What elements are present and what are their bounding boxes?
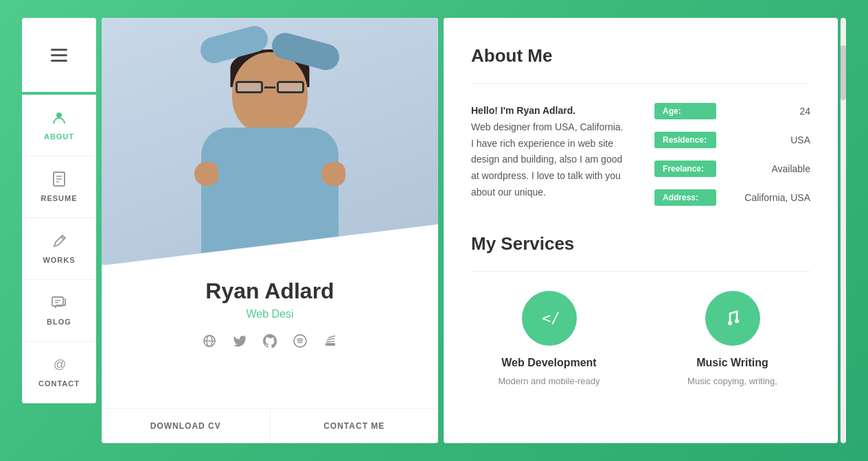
residence-badge: Residence: [654, 132, 716, 148]
about-details: Age: 24 Residence: USA Freelance: Availa… [654, 103, 810, 206]
svg-point-16 [728, 321, 732, 325]
profile-card: Ryan Adlard Web Desi [102, 18, 438, 443]
address-value: California, USA [744, 192, 810, 203]
content-panel: About Me Hello! I'm Ryan Adlard. Web des… [444, 18, 838, 443]
profile-name: Ryan Adlard [115, 279, 424, 304]
profile-photo-area [102, 18, 438, 265]
music-icon-circle [705, 291, 760, 346]
sidebar-item-contact[interactable]: @ CONTACT [22, 342, 96, 403]
works-nav-label: WORKS [43, 256, 75, 264]
main-wrapper: ABOUT RESUME [22, 18, 846, 443]
profile-title: Web Desi [115, 308, 424, 320]
service-item-webdev: </> Web Development Modern and mobile-re… [471, 291, 627, 388]
hamburger-line-1 [51, 49, 67, 51]
nav-items: ABOUT RESUME [22, 95, 96, 403]
webdev-icon-circle: </> [522, 291, 577, 346]
freelance-value: Available [771, 163, 810, 174]
svg-text:</>: </> [542, 309, 560, 327]
sidebar-item-blog[interactable]: BLOG [22, 280, 96, 342]
download-cv-button[interactable]: DOWNLOAD CV [102, 409, 270, 443]
hamburger-menu[interactable] [22, 18, 96, 92]
freelance-badge: Freelance: [654, 161, 716, 177]
social-icons [115, 331, 424, 351]
scroll-thumb[interactable] [841, 45, 846, 100]
svg-text:@: @ [54, 357, 66, 371]
contact-nav-label: CONTACT [38, 379, 80, 388]
detail-row-residence: Residence: USA [654, 132, 810, 148]
svg-rect-14 [326, 343, 335, 346]
svg-point-0 [56, 113, 62, 118]
sidebar-item-works[interactable]: WORKS [22, 218, 96, 280]
music-service-desc: Music copying, writing, [654, 375, 810, 388]
address-badge: Address: [654, 189, 716, 206]
person-head [232, 52, 308, 134]
contact-me-button[interactable]: CONTACT ME [270, 409, 439, 443]
detail-row-freelance: Freelance: Available [654, 161, 810, 177]
webdev-service-name: Web Development [471, 357, 627, 369]
profile-figure [174, 32, 366, 265]
github-social-icon[interactable] [260, 331, 279, 351]
services-section: My Services </> Web Development Modern a… [471, 233, 810, 388]
service-item-music: Music Writing Music copying, writing, [654, 291, 810, 388]
age-badge: Age: [654, 103, 716, 119]
resume-nav-label: RESUME [41, 194, 77, 202]
hamburger-icon[interactable] [51, 49, 67, 62]
spotify-social-icon[interactable] [290, 331, 310, 351]
services-grid: </> Web Development Modern and mobile-re… [471, 291, 810, 388]
scrollbar[interactable] [841, 18, 846, 443]
profile-actions: DOWNLOAD CV CONTACT ME [102, 408, 438, 443]
detail-row-address: Address: California, USA [654, 189, 810, 206]
about-paragraph: Hello! I'm Ryan Adlard. Web designer fro… [471, 103, 627, 201]
hamburger-line-2 [51, 54, 67, 56]
about-intro-text: Web designer from USA, California. I hav… [471, 121, 624, 198]
about-intro-bold: Hello! I'm Ryan Adlard. [471, 105, 575, 116]
sidebar-item-about[interactable]: ABOUT [22, 95, 96, 156]
age-value: 24 [799, 106, 810, 117]
person-icon [52, 110, 67, 128]
svg-point-17 [735, 319, 739, 323]
hamburger-line-3 [51, 60, 67, 62]
contact-icon: @ [52, 357, 67, 375]
blog-icon [52, 295, 67, 314]
blog-nav-label: BLOG [47, 318, 71, 326]
works-icon [52, 233, 66, 252]
webdev-service-desc: Modern and mobile-ready [471, 375, 627, 388]
about-divider [471, 83, 810, 84]
twitter-social-icon[interactable] [230, 331, 249, 351]
fist-right [321, 162, 345, 186]
music-service-name: Music Writing [654, 357, 810, 369]
sidebar-item-resume[interactable]: RESUME [22, 156, 96, 218]
services-section-title: My Services [471, 233, 810, 255]
resume-icon [52, 172, 66, 190]
detail-row-age: Age: 24 [654, 103, 810, 119]
services-divider [471, 271, 810, 272]
residence-value: USA [790, 134, 810, 145]
profile-info: Ryan Adlard Web Desi [102, 265, 438, 408]
svg-rect-6 [52, 297, 63, 306]
stack-social-icon[interactable] [321, 331, 340, 351]
about-content: Hello! I'm Ryan Adlard. Web designer fro… [471, 103, 810, 206]
icon-sidebar: ABOUT RESUME [22, 18, 96, 443]
fist-left [194, 162, 218, 186]
about-section-title: About Me [471, 45, 810, 67]
about-text: Hello! I'm Ryan Adlard. Web designer fro… [471, 103, 627, 206]
about-nav-label: ABOUT [44, 132, 74, 141]
globe-social-icon[interactable] [200, 331, 219, 351]
